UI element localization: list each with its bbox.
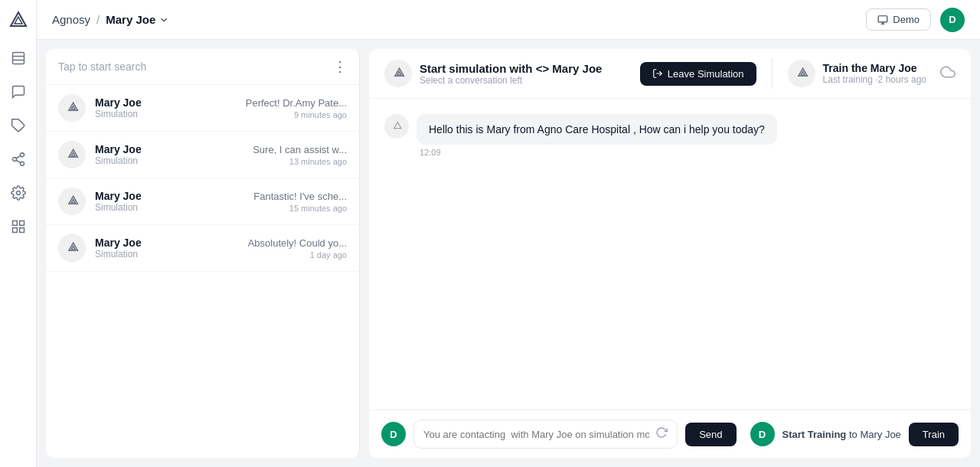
conv-time-3: 1 day ago <box>248 250 347 260</box>
conv-avatar-1 <box>58 141 86 168</box>
message-content: Hello this is Mary from Agno Care Hospit… <box>416 114 777 157</box>
conv-info-0: Mary Joe Simulation <box>95 96 237 119</box>
refresh-icon[interactable] <box>655 426 668 442</box>
list-item[interactable]: Mary Joe Simulation Absolutely! Could yo… <box>46 225 359 272</box>
svg-rect-11 <box>19 221 24 226</box>
conv-preview-3: Absolutely! Could yo... <box>248 237 347 249</box>
sidebar <box>0 0 37 467</box>
list-item[interactable]: Mary Joe Simulation Fantastic! I've sche… <box>46 178 359 225</box>
sidebar-icon-chat[interactable] <box>9 83 28 101</box>
svg-point-9 <box>16 191 20 195</box>
svg-rect-12 <box>12 228 17 233</box>
chat-area: Start simulation with <> Mary Joe Select… <box>369 49 971 458</box>
conv-preview-1: Sure, I can assist w... <box>253 144 347 155</box>
leave-simulation-button[interactable]: Leave Simulation <box>640 62 756 86</box>
svg-point-6 <box>20 162 24 165</box>
conv-preview-0: Perfect! Dr.Amy Pate... <box>246 97 347 109</box>
conv-info-1: Mary Joe Simulation <box>95 143 243 166</box>
header-divider <box>772 58 773 89</box>
footer-user-avatar: D <box>381 422 406 446</box>
simulation-section: Start simulation with <> Mary Joe Select… <box>384 60 631 87</box>
conv-sub-0: Simulation <box>95 109 237 119</box>
sidebar-icon-tag[interactable] <box>9 116 28 135</box>
breadcrumb-current: Mary Joe <box>106 13 169 26</box>
simulation-info: Start simulation with <> Mary Joe Select… <box>420 62 602 86</box>
more-options-icon[interactable]: ⋮ <box>333 58 347 75</box>
train-footer-prefix: Start Training <box>782 429 847 440</box>
chat-messages: Hello this is Mary from Agno Care Hospit… <box>369 99 971 410</box>
svg-rect-13 <box>19 228 24 233</box>
train-info: Train the Mary Joe Last training ·2 hour… <box>823 62 926 85</box>
svg-rect-0 <box>12 53 24 64</box>
train-title: Train the Mary Joe <box>823 62 926 74</box>
conv-avatar-2 <box>58 188 86 215</box>
conv-time-2: 15 minutes ago <box>253 204 347 213</box>
conv-avatar-3 <box>58 234 86 262</box>
conv-time-1: 13 minutes ago <box>253 157 347 166</box>
breadcrumb-agnosy[interactable]: Agnosy <box>52 13 90 26</box>
conv-info-2: Mary Joe Simulation <box>95 190 244 213</box>
conv-info-3: Mary Joe Simulation <box>95 237 239 260</box>
message-input-wrapper <box>413 420 678 449</box>
train-button[interactable]: Train <box>909 423 959 446</box>
conv-preview-2: Fantastic! I've sche... <box>253 191 347 202</box>
conv-avatar-0 <box>58 94 86 122</box>
train-footer-avatar: D <box>750 422 775 446</box>
svg-line-8 <box>16 155 21 158</box>
simulation-sub: Select a conversation left <box>420 75 602 86</box>
simulation-logo-icon <box>390 66 406 81</box>
message-sender-logo <box>384 114 409 139</box>
app-logo[interactable] <box>8 9 29 31</box>
demo-icon <box>877 15 888 25</box>
simulation-avatar <box>384 60 412 87</box>
top-header: Agnosy / Mary Joe Demo D <box>37 0 980 40</box>
train-avatar <box>788 60 815 87</box>
svg-rect-14 <box>878 15 887 21</box>
svg-rect-10 <box>12 221 17 226</box>
list-item[interactable]: Mary Joe Simulation Sure, I can assist w… <box>46 132 359 178</box>
leave-simulation-label: Leave Simulation <box>668 68 744 80</box>
train-section: Train the Mary Joe Last training ·2 hour… <box>788 60 956 87</box>
main-content: Agnosy / Mary Joe Demo D Tap to <box>37 0 980 467</box>
conv-name-1: Mary Joe <box>95 143 243 155</box>
train-sub: Last training ·2 hours ago <box>823 74 926 85</box>
chevron-down-icon <box>158 15 169 25</box>
conv-sub-1: Simulation <box>95 155 243 166</box>
message-input[interactable] <box>423 429 649 440</box>
list-item[interactable]: Mary Joe Simulation Perfect! Dr.Amy Pate… <box>46 85 359 132</box>
conv-sub-2: Simulation <box>95 202 244 213</box>
sidebar-icon-layers[interactable] <box>9 49 28 67</box>
conv-sub-3: Simulation <box>95 249 239 260</box>
conv-name-3: Mary Joe <box>95 237 239 249</box>
user-avatar[interactable]: D <box>940 8 965 32</box>
svg-point-5 <box>12 158 16 162</box>
chat-header: Start simulation with <> Mary Joe Select… <box>369 49 971 99</box>
svg-line-7 <box>16 160 21 162</box>
cloud-icon <box>940 64 956 83</box>
sidebar-icon-settings[interactable] <box>9 184 28 202</box>
demo-button-label: Demo <box>893 14 920 25</box>
svg-point-4 <box>20 153 24 157</box>
chat-footer: D Send D Start Training to Mar <box>369 410 971 458</box>
simulation-title: Start simulation with <> Mary Joe <box>420 62 602 75</box>
conversation-list: Tap to start search ⋮ Mary Joe Simulatio… <box>46 49 360 458</box>
message-time: 12:09 <box>416 148 777 157</box>
sidebar-icon-share[interactable] <box>9 150 28 168</box>
train-footer-text: Start Training to Mary Joe <box>782 429 901 440</box>
sidebar-icon-grid[interactable] <box>9 217 28 236</box>
conv-right-2: Fantastic! I've sche... 15 minutes ago <box>253 191 347 213</box>
conv-right-0: Perfect! Dr.Amy Pate... 9 minutes ago <box>246 97 347 119</box>
conv-name-0: Mary Joe <box>95 96 237 109</box>
body-area: Tap to start search ⋮ Mary Joe Simulatio… <box>37 40 980 467</box>
conv-name-2: Mary Joe <box>95 190 244 202</box>
conv-time-0: 9 minutes ago <box>246 110 347 119</box>
train-footer-target: to Mary Joe <box>849 429 901 440</box>
leave-icon <box>652 68 663 79</box>
search-placeholder[interactable]: Tap to start search <box>58 60 146 73</box>
send-button[interactable]: Send <box>685 423 736 446</box>
demo-button[interactable]: Demo <box>866 8 931 31</box>
train-footer: D Start Training to Mary Joe Train <box>750 422 959 446</box>
train-logo-icon <box>794 66 809 81</box>
search-bar: Tap to start search ⋮ <box>46 49 359 85</box>
breadcrumb-separator: / <box>96 13 100 26</box>
